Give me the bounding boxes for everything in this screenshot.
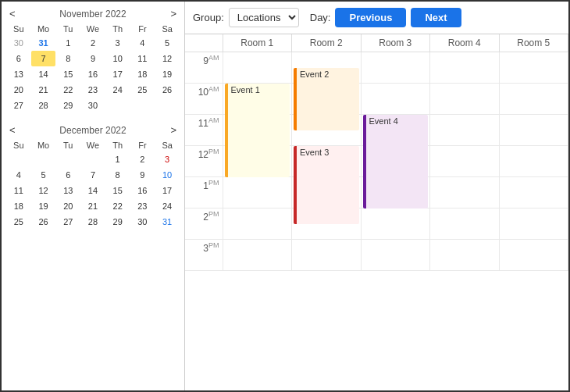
calendar-day[interactable]: 13 <box>55 183 80 198</box>
event-block[interactable]: Event 2 <box>294 68 359 130</box>
ampm-label: PM <box>208 210 219 218</box>
calendar-day[interactable]: 11 <box>130 51 155 66</box>
calendar-day[interactable]: 24 <box>105 82 130 98</box>
calendar-day[interactable]: 3 <box>155 151 180 167</box>
calendar-day[interactable]: 21 <box>80 198 105 214</box>
calendar-day[interactable]: 17 <box>105 66 130 82</box>
december-prev-button[interactable]: < <box>6 124 19 136</box>
right-panel: Group: LocationsRoomsStaff Day: Previous… <box>185 2 568 390</box>
schedule-cell <box>223 177 292 208</box>
calendar-day[interactable]: 7 <box>80 167 105 183</box>
calendar-day[interactable]: 21 <box>31 82 56 98</box>
calendar-day[interactable]: 14 <box>31 66 56 82</box>
calendar-day[interactable]: 12 <box>155 51 180 66</box>
november-calendar: < November 2022 > SuMoTuWeThFrSa 3031123… <box>6 8 180 113</box>
calendar-day[interactable]: 8 <box>105 167 130 183</box>
calendar-day[interactable]: 3 <box>105 35 130 51</box>
schedule-cell <box>361 208 430 240</box>
calendar-day[interactable]: 8 <box>55 51 80 66</box>
weekday-header: Th <box>105 139 130 151</box>
calendar-day[interactable]: 16 <box>80 66 105 82</box>
calendar-day[interactable]: 23 <box>130 198 155 214</box>
event-block[interactable]: Event 1 <box>225 84 290 177</box>
calendar-day[interactable]: 23 <box>80 82 105 98</box>
room-header: Room 2 <box>292 34 362 52</box>
calendar-day[interactable]: 5 <box>31 167 56 183</box>
calendar-day <box>6 151 31 167</box>
calendar-day[interactable]: 7 <box>31 51 56 66</box>
calendar-day[interactable]: 9 <box>80 51 105 66</box>
calendar-day[interactable]: 16 <box>130 183 155 198</box>
schedule-row: 3PM <box>185 240 568 271</box>
november-next-button[interactable]: > <box>167 8 180 20</box>
calendar-day[interactable]: 11 <box>6 183 31 198</box>
calendar-day[interactable]: 28 <box>80 214 105 230</box>
calendar-day[interactable]: 30 <box>80 98 105 113</box>
calendar-day[interactable]: 26 <box>31 214 56 230</box>
schedule-container[interactable]: Room 1Room 2Room 3Room 4Room 5 9AMEvent … <box>185 34 568 390</box>
calendar-day[interactable]: 27 <box>6 98 31 113</box>
weekday-header: Tu <box>55 139 80 151</box>
calendar-day[interactable]: 2 <box>130 151 155 167</box>
calendar-day[interactable]: 1 <box>105 151 130 167</box>
calendar-day[interactable]: 17 <box>155 183 180 198</box>
calendar-day[interactable]: 31 <box>31 35 56 51</box>
calendar-day[interactable]: 5 <box>155 35 180 51</box>
calendar-day[interactable]: 2 <box>80 35 105 51</box>
calendar-day[interactable]: 15 <box>55 66 80 82</box>
calendar-day[interactable]: 27 <box>55 214 80 230</box>
calendar-day[interactable]: 13 <box>6 66 31 82</box>
calendar-day[interactable]: 24 <box>155 198 180 214</box>
calendar-day[interactable]: 6 <box>6 51 31 66</box>
room-header: Room 5 <box>499 34 568 52</box>
calendar-day[interactable]: 1 <box>55 35 80 51</box>
calendar-day[interactable]: 10 <box>105 51 130 66</box>
calendar-day[interactable]: 29 <box>55 98 80 113</box>
schedule-cell <box>430 177 500 208</box>
calendar-day[interactable]: 10 <box>155 167 180 183</box>
schedule-cell <box>292 240 362 271</box>
group-select[interactable]: LocationsRoomsStaff <box>229 8 299 27</box>
calendar-day[interactable]: 4 <box>130 35 155 51</box>
event-name: Event 4 <box>369 116 398 126</box>
schedule-cell <box>499 52 568 84</box>
calendar-day[interactable]: 6 <box>55 167 80 183</box>
schedule-cell <box>499 240 568 271</box>
left-panel: < November 2022 > SuMoTuWeThFrSa 3031123… <box>2 2 185 390</box>
calendar-day[interactable]: 26 <box>155 82 180 98</box>
december-grid: SuMoTuWeThFrSa 1234567891011121314151617… <box>6 139 180 230</box>
calendar-day[interactable]: 25 <box>6 214 31 230</box>
calendar-day[interactable]: 30 <box>130 214 155 230</box>
calendar-day[interactable]: 25 <box>130 82 155 98</box>
calendar-day[interactable]: 30 <box>6 35 31 51</box>
calendar-day[interactable]: 9 <box>130 167 155 183</box>
calendar-day[interactable]: 12 <box>31 183 56 198</box>
event-block[interactable]: Event 4 <box>363 115 429 208</box>
calendar-day[interactable]: 22 <box>105 198 130 214</box>
calendar-day[interactable]: 22 <box>55 82 80 98</box>
calendar-day[interactable]: 20 <box>55 198 80 214</box>
calendar-day[interactable]: 4 <box>6 167 31 183</box>
calendar-day[interactable]: 19 <box>31 198 56 214</box>
event-block[interactable]: Event 3 <box>294 146 359 224</box>
group-label: Group: <box>193 12 224 23</box>
december-title: December 2022 <box>59 125 126 136</box>
calendar-day[interactable]: 18 <box>130 66 155 82</box>
calendar-day[interactable]: 14 <box>80 183 105 198</box>
calendar-day[interactable]: 31 <box>155 214 180 230</box>
calendar-day[interactable]: 18 <box>6 198 31 214</box>
room-header: Room 4 <box>430 34 500 52</box>
november-prev-button[interactable]: < <box>6 8 19 20</box>
previous-button[interactable]: Previous <box>335 8 406 27</box>
calendar-day <box>80 151 105 167</box>
weekday-header: Su <box>6 23 31 35</box>
schedule-cell <box>223 240 292 271</box>
calendar-day[interactable]: 19 <box>155 66 180 82</box>
calendar-day[interactable]: 20 <box>6 82 31 98</box>
next-button[interactable]: Next <box>411 8 461 27</box>
december-next-button[interactable]: > <box>167 124 180 136</box>
calendar-day[interactable]: 29 <box>105 214 130 230</box>
calendar-day[interactable]: 28 <box>31 98 56 113</box>
november-grid: SuMoTuWeThFrSa 3031123456789101112131415… <box>6 23 180 113</box>
calendar-day[interactable]: 15 <box>105 183 130 198</box>
